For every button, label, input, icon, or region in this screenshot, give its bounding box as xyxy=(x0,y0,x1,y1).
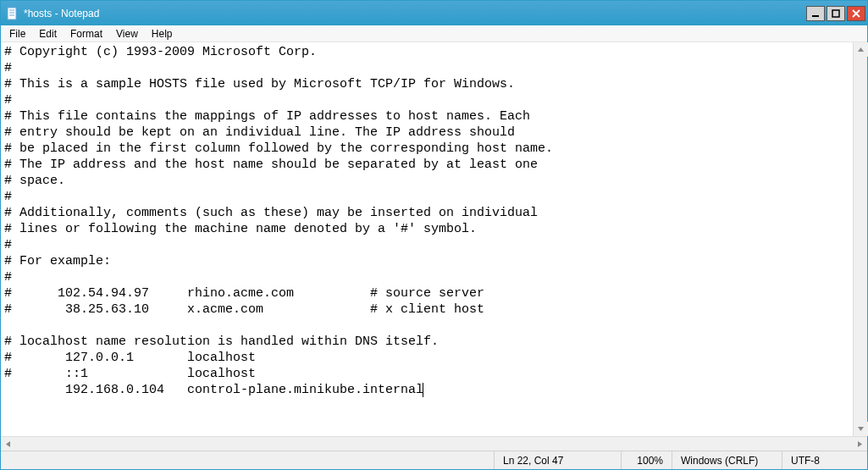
menu-view[interactable]: View xyxy=(109,26,145,41)
window-title: *hosts - Notepad xyxy=(24,8,806,19)
svg-marker-10 xyxy=(6,441,10,447)
scroll-down-arrow-icon[interactable] xyxy=(854,422,868,436)
window-buttons xyxy=(806,6,865,21)
status-bar: Ln 22, Col 47 100% Windows (CRLF) UTF-8 xyxy=(1,451,867,469)
status-line-col: Ln 22, Col 47 xyxy=(495,451,622,469)
text-editor[interactable]: # Copyright (c) 1993-2009 Microsoft Corp… xyxy=(1,42,853,436)
vertical-scrollbar[interactable] xyxy=(853,42,867,436)
svg-marker-8 xyxy=(858,47,864,52)
horizontal-scrollbar[interactable] xyxy=(1,436,867,451)
menu-format[interactable]: Format xyxy=(64,26,109,41)
status-encoding: UTF-8 xyxy=(782,451,867,469)
scroll-right-arrow-icon[interactable] xyxy=(853,437,867,451)
vertical-scroll-track[interactable] xyxy=(854,57,867,422)
menu-file[interactable]: File xyxy=(3,26,32,41)
close-button[interactable] xyxy=(847,6,865,21)
menu-bar: File Edit Format View Help xyxy=(1,25,867,42)
title-bar[interactable]: *hosts - Notepad xyxy=(1,1,867,25)
menu-help[interactable]: Help xyxy=(145,26,180,41)
maximize-button[interactable] xyxy=(827,6,845,21)
status-zoom: 100% xyxy=(622,451,672,469)
svg-marker-9 xyxy=(858,427,864,431)
notepad-window: *hosts - Notepad File Edit Format View H… xyxy=(0,0,868,470)
svg-rect-5 xyxy=(832,10,839,17)
menu-edit[interactable]: Edit xyxy=(32,26,64,41)
text-caret xyxy=(423,383,423,397)
scroll-up-arrow-icon[interactable] xyxy=(854,42,868,57)
horizontal-scroll-track[interactable] xyxy=(15,437,853,451)
svg-rect-0 xyxy=(8,8,16,19)
editor-content: # Copyright (c) 1993-2009 Microsoft Corp… xyxy=(4,45,553,397)
svg-marker-11 xyxy=(858,441,862,447)
minimize-button[interactable] xyxy=(806,6,825,21)
status-spacer xyxy=(1,451,495,469)
notepad-icon xyxy=(6,7,19,20)
status-eol: Windows (CRLF) xyxy=(672,451,782,469)
editor-area: # Copyright (c) 1993-2009 Microsoft Corp… xyxy=(1,42,867,451)
scroll-left-arrow-icon[interactable] xyxy=(1,437,15,451)
